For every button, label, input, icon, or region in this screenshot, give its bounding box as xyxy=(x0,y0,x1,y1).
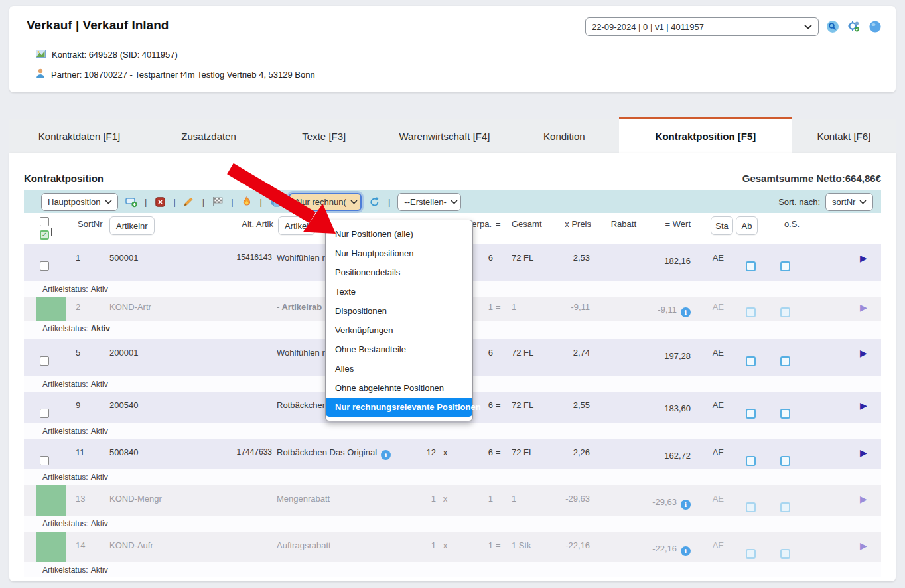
position-row[interactable]: 1150084017447633Rotbäckchen Das Original… xyxy=(24,439,881,469)
blue-checkbox[interactable] xyxy=(780,356,790,366)
blue-checkbox[interactable] xyxy=(746,307,756,317)
artikelstatus-row: Artikelstatus:Aktiv xyxy=(24,423,881,439)
tab-warenwirtschaft-f4[interactable]: Warenwirtschaft [F4] xyxy=(380,119,509,153)
menu-item-nur-rechnungsrelevante-positionen[interactable]: Nur rechnungsrelevante Positionen xyxy=(326,398,472,417)
info-icon[interactable]: i xyxy=(681,307,691,317)
tab-texte-f3[interactable]: Texte [F3] xyxy=(268,119,380,153)
expand-arrow-icon[interactable]: ▶ xyxy=(860,253,867,263)
delete-icon[interactable] xyxy=(154,196,166,208)
expand-arrow-icon[interactable]: ▶ xyxy=(860,447,867,458)
info-icon[interactable]: i xyxy=(681,546,691,556)
info-icon[interactable]: i xyxy=(381,450,391,460)
cell-wert: 183,60 xyxy=(638,392,695,423)
blue-checkbox[interactable] xyxy=(780,456,790,466)
position-type-select[interactable]: Hauptposition xyxy=(41,193,118,211)
info-sphere-icon[interactable] xyxy=(868,19,882,34)
settings-gears-icon[interactable] xyxy=(847,19,861,34)
tab-kontraktdaten-f1[interactable]: Kontraktdaten [F1] xyxy=(9,119,149,153)
toolbar-separator: | xyxy=(202,197,204,207)
row-checkbox[interactable] xyxy=(40,356,49,366)
position-row[interactable]: 14KOND-AufrAuftragsrabatt1x1=1 Stk-22,16… xyxy=(24,532,881,562)
refresh-icon[interactable] xyxy=(369,196,381,208)
cell-flag-1 xyxy=(733,485,768,516)
add-position-icon[interactable] xyxy=(125,196,137,208)
version-select[interactable]: 22-09-2024 | 0 | v1 | 4011957 xyxy=(585,17,819,36)
copy-icon[interactable] xyxy=(269,196,281,208)
menu-item-verknüpfungen[interactable]: Verknüpfungen xyxy=(326,321,472,340)
sort-select[interactable]: sortNr xyxy=(825,193,873,211)
blue-checkbox[interactable] xyxy=(780,261,790,271)
info-icon[interactable]: i xyxy=(681,500,691,510)
sort-select-value: sortNr xyxy=(832,197,855,207)
partner-icon xyxy=(36,68,45,80)
status-column-button[interactable]: Sta xyxy=(711,216,733,235)
cell-flag-2 xyxy=(768,392,802,423)
tab-kontakt-f6[interactable]: Kontakt [F6] xyxy=(792,119,896,153)
chevron-down-icon xyxy=(859,200,867,204)
menu-item-dispositionen[interactable]: Dispositionen xyxy=(326,301,472,321)
cell-rabatt xyxy=(592,532,638,562)
expand-arrow-icon[interactable]: ▶ xyxy=(860,302,867,313)
cell-expand: ▶ xyxy=(846,439,881,469)
header-card: Verkauf | Verkauf Inland 22-09-2024 | 0 … xyxy=(9,6,896,92)
cell-expand: ▶ xyxy=(846,485,881,516)
blue-checkbox[interactable] xyxy=(746,549,756,559)
row-checkbox[interactable] xyxy=(40,409,49,418)
tab-kondition[interactable]: Kondition xyxy=(510,119,620,153)
row-checkbox[interactable] xyxy=(40,261,49,271)
cell-flag-2 xyxy=(768,485,802,516)
expand-arrow-icon[interactable]: ▶ xyxy=(860,494,867,504)
artikel-column-button[interactable]: Artikel xyxy=(278,216,315,235)
cell-equals: = xyxy=(496,532,508,562)
menu-item-ohne-bestandteile[interactable]: Ohne Bestandteile xyxy=(326,340,472,359)
cell-alt-artikelnr xyxy=(173,297,273,321)
fire-icon[interactable] xyxy=(241,196,253,208)
blue-checkbox[interactable] xyxy=(746,356,756,366)
menu-item-ohne-abgelehnte-positionen[interactable]: Ohne abgelehnte Positionen xyxy=(326,378,472,398)
position-filter-select[interactable]: Nur rechnun( xyxy=(289,193,362,211)
cell-equals: = xyxy=(496,339,508,376)
cell-flag-1 xyxy=(733,297,768,321)
expand-arrow-icon[interactable]: ▶ xyxy=(860,348,867,358)
cell-sortnr: 5 xyxy=(53,339,92,376)
ab-column-button[interactable]: Ab xyxy=(736,216,758,235)
edit-pencil-icon[interactable] xyxy=(183,196,195,208)
total-net-sum: Gesamtsumme Netto:664,86€ xyxy=(742,173,881,184)
menu-item-texte[interactable]: Texte xyxy=(326,282,472,301)
cell-flag-2 xyxy=(768,532,802,562)
blue-checkbox[interactable] xyxy=(780,409,790,419)
toolbar-separator: | xyxy=(145,197,147,207)
cell-alt-artikelnr xyxy=(173,392,273,423)
create-select[interactable]: --Erstellen- xyxy=(397,193,461,211)
finish-flag-icon[interactable] xyxy=(212,196,224,208)
blue-checkbox[interactable] xyxy=(746,502,756,512)
position-row[interactable]: 13KOND-MengrMengenrabatt1x1=1-29,63-29,6… xyxy=(24,485,881,516)
blue-checkbox[interactable] xyxy=(780,549,790,559)
cell-flag-1 xyxy=(733,439,768,469)
tab-kontraktposition-f5[interactable]: Kontraktposition [F5] xyxy=(619,117,792,153)
cell-alt-artikelnr xyxy=(173,485,273,516)
blue-checkbox[interactable] xyxy=(746,456,756,466)
artikelnr-column-button[interactable]: Artikelnr xyxy=(109,216,155,235)
blue-checkbox[interactable] xyxy=(746,409,756,419)
menu-item-nur-positionen-alle[interactable]: Nur Positionen (alle) xyxy=(326,224,472,244)
expand-arrow-icon[interactable]: ▶ xyxy=(860,540,867,551)
select-all-checkbox[interactable] xyxy=(40,217,49,226)
cell-rabatt xyxy=(592,339,638,376)
cell-preis: -29,63 xyxy=(541,485,592,516)
artikelstatus-label: Artikelstatus: xyxy=(42,565,88,575)
expand-arrow-icon[interactable]: ▶ xyxy=(860,400,867,411)
menu-item-positionendetails[interactable]: Positionendetails xyxy=(326,263,472,282)
tab-zusatzdaten[interactable]: Zusatzdaten xyxy=(149,119,268,153)
lookup-icon[interactable] xyxy=(825,19,840,34)
blue-checkbox[interactable] xyxy=(780,502,790,512)
row-select-cell xyxy=(24,244,53,281)
blue-checkbox[interactable] xyxy=(746,261,756,271)
row-checkbox[interactable] xyxy=(40,456,49,465)
menu-item-alles[interactable]: Alles xyxy=(326,359,472,378)
cell-spacer xyxy=(802,485,846,516)
blue-checkbox[interactable] xyxy=(780,307,790,317)
chevron-down-icon xyxy=(804,25,812,29)
menu-item-nur-hauptpositionen[interactable]: Nur Hauptpositionen xyxy=(326,244,472,263)
select-all-confirm-icon[interactable]: ✓ xyxy=(40,230,49,240)
